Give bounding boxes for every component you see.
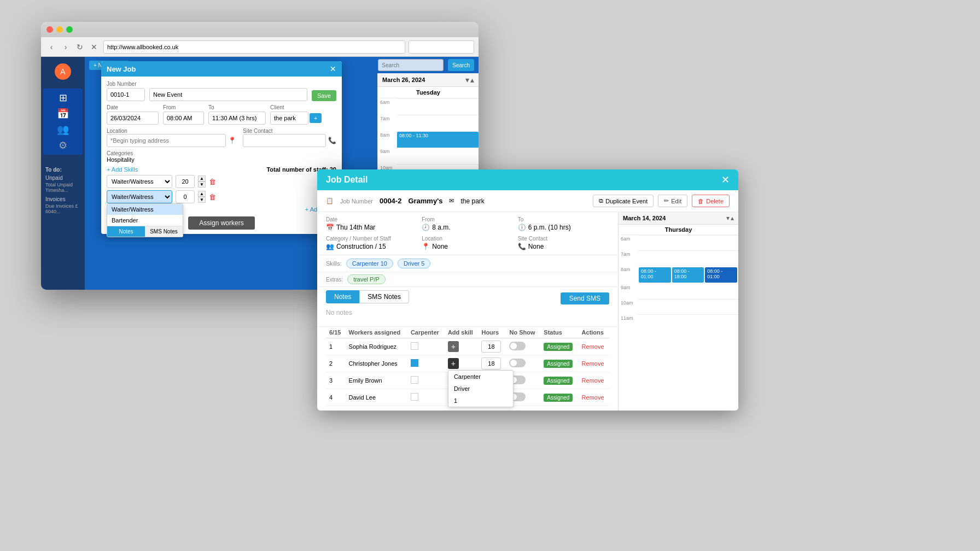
sidebar-icon-cal[interactable]: 📅 [45,107,80,121]
remove-btn-3[interactable]: Remove [582,377,604,384]
skill-select-1[interactable]: Waiter/Waitress [107,175,172,188]
slot-9am: 9am [378,148,479,164]
site-contact-input[interactable] [243,134,326,147]
workers-table: 6/15 Workers assigned Carpenter Add skil… [326,327,609,406]
delete-label: Delete [706,198,724,204]
toggle-noshow-2[interactable] [509,359,526,367]
checkbox-carpenter-4[interactable] [411,393,418,401]
skill-dropdown: Waiter/Waitress Bartender Notes SMS Note… [107,203,183,237]
status-badge-4: Assigned [544,394,573,402]
jd-cal-prev-btn[interactable]: ▾ [726,214,730,222]
jd-left: Date 📅 Thu 14th Mar From 🕗 8 a.m. To [317,212,618,411]
event-block-8am[interactable]: 08:00 - 11:30 [397,132,479,148]
envelope-icon: ✉ [449,197,454,204]
trash-btn-2[interactable]: 🗑 [209,193,216,201]
toggle-knob-1 [510,343,517,349]
browser-toolbar: ‹ › ↻ ✕ [41,37,479,57]
skill-count-1[interactable] [176,175,195,188]
slot-7am: 7am [378,115,479,131]
extras-badge-travel: travel P/P [347,274,386,284]
site-contact-label: Site Contact [243,128,336,134]
location-group: Location 📍 [107,128,236,147]
sidebar-icon-users[interactable]: 👥 [45,122,80,137]
sidebar-icon-settings[interactable]: ⚙ [45,138,80,153]
close-window-btn[interactable] [46,26,53,33]
worker-num-2: 2 [326,355,346,372]
header-search-btn[interactable]: Search [448,59,474,71]
remove-btn-2[interactable]: Remove [582,360,604,367]
dropdown-item-waiter[interactable]: Waiter/Waitress [107,204,183,215]
client-add-btn[interactable]: + [310,113,322,123]
sidebar-icon-grid[interactable]: ⊞ [45,91,80,105]
delete-btn[interactable]: 🗑 Delete [692,195,730,207]
back-btn[interactable]: ‹ [45,41,57,53]
skill-dropdown-more[interactable]: 1 [448,395,513,407]
tab-sms-notes[interactable]: SMS Notes [145,226,183,237]
r-event-3[interactable]: 08:00 - 01:00 [705,267,737,283]
skill-dropdown-carpenter[interactable]: Carpenter [448,371,513,383]
notes-tab-notes[interactable]: Notes [326,290,359,303]
reload-btn[interactable]: ↻ [74,41,86,53]
date-input[interactable] [107,112,159,125]
toggle-noshow-1[interactable] [509,342,526,350]
event-name-input[interactable] [149,88,307,101]
r-event-1[interactable]: 08:00 - 01:00 [639,267,671,283]
remove-btn-1[interactable]: Remove [582,343,604,350]
cal-next-btn[interactable]: ▴ [470,75,474,84]
skill-select-2[interactable]: Waiter/Waitress [107,190,172,203]
from-input[interactable] [163,112,204,125]
spin-btns-1: ▲ ▼ [198,175,206,187]
forward-btn[interactable]: › [60,41,72,53]
to-input[interactable] [208,112,266,125]
location-input[interactable] [107,134,226,147]
browser-search[interactable] [409,40,474,54]
dropdown-item-bartender[interactable]: Bartender [107,215,183,226]
close-tab-btn[interactable]: ✕ [88,41,100,53]
job-number-label: Job Number [107,81,145,87]
add-skills-link[interactable]: + Add Skills [107,166,138,173]
r-content-10am [638,299,738,314]
send-sms-btn[interactable]: Send SMS [561,292,609,304]
r-label-11am: 11am [619,314,638,330]
edit-btn[interactable]: ✏ Edit [658,195,687,207]
skill-count-2[interactable] [176,190,195,203]
cal-prev-btn[interactable]: ▾ [465,75,469,84]
header-search[interactable] [378,59,444,71]
checkbox-carpenter-2[interactable] [411,359,418,367]
trash-btn-1[interactable]: 🗑 [209,178,216,186]
new-job-close-btn[interactable]: ✕ [330,65,336,73]
notes-tab-sms[interactable]: SMS Notes [359,290,409,303]
add-skill-btn-2[interactable]: + [448,358,459,369]
jd-cal-nav: March 14, 2024 ▾ ▴ [619,212,738,225]
jd-cal-next-btn[interactable]: ▴ [731,214,734,222]
location-field-label: Location [422,236,513,242]
skill-dropdown-driver[interactable]: Driver [448,383,513,395]
notes-tabs: Notes SMS Notes [326,290,409,303]
job-number-input[interactable] [107,88,145,101]
spin-up-1[interactable]: ▲ [198,175,206,181]
duplicate-event-btn[interactable]: ⧉ Duplicate Event [593,195,654,207]
spin-down-2[interactable]: ▼ [198,197,206,203]
spin-down-1[interactable]: ▼ [198,181,206,187]
spin-up-2[interactable]: ▲ [198,191,206,197]
hours-input-1[interactable] [481,341,501,353]
location-label: Location [107,128,236,134]
r-label-9am: 9am [619,284,638,299]
save-btn[interactable]: Save [312,90,336,101]
minimize-window-btn[interactable] [56,26,63,33]
r-event-2[interactable]: 08:00 - 18:00 [672,267,704,283]
assign-workers-btn[interactable]: Assign workers [188,216,254,230]
maximize-window-btn[interactable] [66,26,73,33]
add-skill-btn-1[interactable]: + [448,341,459,352]
hours-input-2[interactable] [481,357,501,370]
remove-btn-4[interactable]: Remove [582,394,604,401]
client-input[interactable] [270,112,308,125]
checkbox-carpenter-1[interactable] [411,342,418,350]
jd-close-btn[interactable]: ✕ [721,174,730,186]
worker-status-2: Assigned [540,355,578,372]
invoices-label: Invoices [45,196,80,202]
address-bar[interactable] [103,40,405,54]
worker-num-1: 1 [326,338,346,355]
tab-notes[interactable]: Notes [107,226,145,237]
checkbox-carpenter-3[interactable] [411,376,418,384]
